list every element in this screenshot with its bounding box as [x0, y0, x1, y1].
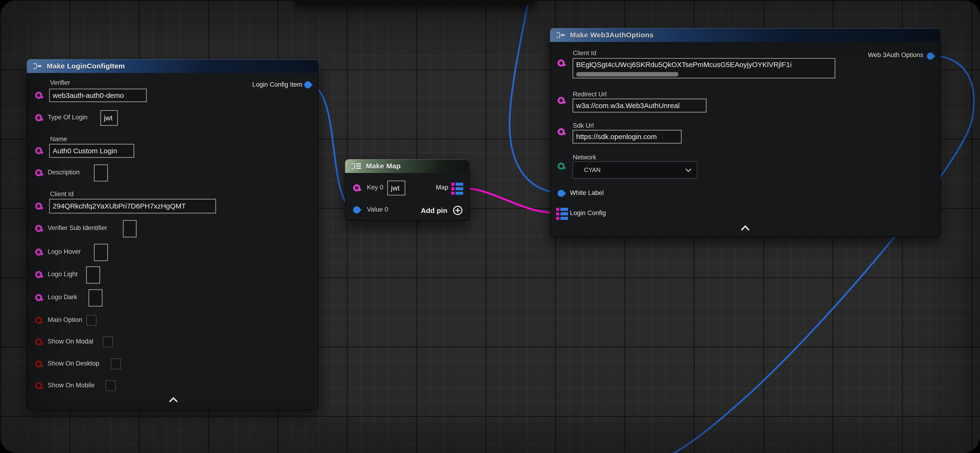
name-value: Auth0 Custom Login — [52, 147, 117, 155]
key-0-input[interactable]: jwt — [387, 181, 405, 195]
pin-label-network: Network — [573, 154, 596, 161]
verifier-value: web3auth-auth0-demo — [52, 92, 124, 100]
collapse-chevron-icon[interactable] — [740, 225, 750, 232]
pin-show-on-desktop[interactable] — [35, 360, 42, 367]
pin-logo-light[interactable] — [35, 271, 42, 278]
logo-hover-input[interactable] — [94, 244, 108, 261]
pin-network[interactable] — [558, 163, 565, 169]
pin-label-description: Description — [48, 169, 80, 176]
sdk-url-input[interactable]: https://sdk.openlogin.com — [573, 130, 682, 144]
pin-label-key-0: Key 0 — [367, 184, 383, 191]
type-of-login-input[interactable]: jwt — [100, 110, 118, 126]
show-on-modal-checkbox[interactable] — [103, 336, 113, 347]
pin-value-0[interactable] — [353, 206, 360, 214]
pin-logo-hover[interactable] — [35, 249, 42, 256]
client-id-scrollbar[interactable] — [576, 72, 679, 76]
logo-light-input[interactable] — [86, 266, 100, 284]
logo-dark-input[interactable] — [89, 289, 102, 307]
collapse-chevron-icon[interactable] — [169, 397, 178, 404]
make-struct-icon — [33, 63, 43, 70]
offscreen-node-edge[interactable] — [294, 0, 535, 5]
pin-client-id[interactable] — [35, 203, 42, 210]
wire-map-to-loginconfig[interactable] — [463, 188, 556, 213]
type-of-login-value: jwt — [104, 114, 113, 122]
add-pin-button[interactable]: Add pin — [421, 207, 447, 215]
pin-redirect-url[interactable] — [558, 97, 565, 104]
node-header[interactable]: Make Map — [345, 159, 469, 173]
pin-label-verifier-sub-identifier: Verifier Sub Identifier — [48, 224, 107, 232]
output-label: Web 3Auth Options — [868, 51, 923, 59]
pin-label-logo-dark: Logo Dark — [48, 293, 77, 301]
pin-label-show-on-mobile: Show On Mobile — [48, 382, 95, 389]
name-input[interactable]: Auth0 Custom Login — [49, 144, 134, 158]
add-pin-icon[interactable] — [453, 206, 463, 216]
pin-verifier-sub-identifier[interactable] — [35, 225, 42, 232]
client-id-input[interactable]: 294QRkchfq2YaXUbPri7D6PH7xzHgQMT — [49, 199, 216, 214]
pin-label-sdk-url: Sdk Url — [573, 122, 594, 129]
pin-sdk-url[interactable] — [558, 128, 565, 135]
pin-type-of-login[interactable] — [35, 114, 42, 121]
key-0-value: jwt — [391, 184, 399, 192]
verifier-sub-identifier-input[interactable] — [123, 220, 137, 238]
pin-label-login-config: Login Config — [570, 209, 606, 217]
node-title: Make Map — [366, 162, 401, 170]
pin-label-client-id: Client Id — [573, 49, 596, 57]
pin-white-label[interactable] — [558, 190, 565, 197]
pin-label-white-label: White Label — [570, 189, 604, 196]
redirect-url-input[interactable]: w3a://com.w3a.Web3AuthUnreal — [573, 98, 706, 112]
output-pin-web3auth-options[interactable] — [927, 52, 934, 60]
node-make-map[interactable]: Make Map Key 0 jwt Map Value 0 Add pin — [345, 159, 469, 221]
pin-label-main-option: Main Option — [48, 316, 82, 324]
client-id-value: 294QRkchfq2YaXUbPri7D6PH7xzHgQMT — [52, 202, 186, 210]
pin-show-on-modal[interactable] — [35, 338, 42, 345]
pin-label-logo-hover: Logo Hover — [48, 248, 81, 255]
sdk-url-value: https://sdk.openlogin.com — [576, 133, 657, 141]
client-id-value: BEglQSgt4cUWcj6SKRdu5QkOXTsePmMcusG5EAoy… — [576, 61, 833, 69]
show-on-mobile-checkbox[interactable] — [105, 380, 116, 391]
chevron-down-icon — [685, 168, 692, 172]
output-pin-map[interactable] — [451, 183, 463, 195]
output-pin-login-config-item[interactable] — [304, 81, 312, 89]
pin-client-id[interactable] — [558, 59, 565, 67]
pin-label-value-0: Value 0 — [367, 206, 388, 213]
blueprint-graph-canvas[interactable]: Make LoginConfigItem Login Config Item V… — [0, 0, 980, 453]
pin-label-show-on-desktop: Show On Desktop — [48, 360, 99, 367]
pin-login-config[interactable] — [556, 208, 568, 220]
node-title: Make Web3AuthOptions — [570, 31, 654, 39]
node-title: Make LoginConfigItem — [47, 62, 125, 70]
description-input[interactable] — [94, 165, 108, 182]
redirect-url-value: w3a://com.w3a.Web3AuthUnreal — [576, 101, 679, 110]
pin-show-on-mobile[interactable] — [35, 382, 42, 389]
make-map-icon — [351, 163, 362, 169]
network-selected-value: CYAN — [584, 166, 601, 174]
pin-label-map: Map — [436, 184, 448, 191]
pin-label-redirect-url: Redirect Url — [573, 91, 607, 98]
node-header[interactable]: Make LoginConfigItem — [27, 59, 318, 73]
pin-label-show-on-modal: Show On Modal — [48, 338, 93, 345]
pin-key-0[interactable] — [353, 184, 360, 192]
output-label: Login Config Item — [252, 81, 302, 89]
make-struct-icon — [556, 32, 566, 39]
pin-label-name: Name — [50, 136, 67, 143]
node-header[interactable]: Make Web3AuthOptions — [550, 28, 940, 42]
pin-name[interactable] — [35, 147, 42, 154]
pin-label-logo-light: Logo Light — [48, 271, 78, 278]
node-make-loginconfigitem[interactable]: Make LoginConfigItem Login Config Item V… — [27, 59, 318, 410]
network-dropdown[interactable]: CYAN — [573, 162, 697, 179]
show-on-desktop-checkbox[interactable] — [111, 358, 121, 369]
pin-logo-dark[interactable] — [35, 294, 42, 301]
verifier-input[interactable]: web3auth-auth0-demo — [49, 89, 147, 102]
pin-verifier[interactable] — [35, 92, 42, 99]
client-id-input[interactable]: BEglQSgt4cUWcj6SKRdu5QkOXTsePmMcusG5EAoy… — [573, 58, 835, 78]
pin-label-client-id: Client Id — [50, 190, 73, 198]
node-make-web3authoptions[interactable]: Make Web3AuthOptions Web 3Auth Options C… — [550, 28, 940, 237]
pin-description[interactable] — [35, 169, 42, 176]
pin-label-verifier: Verifier — [50, 79, 70, 87]
pin-label-type-of-login: Type Of Login — [48, 114, 88, 121]
main-option-checkbox[interactable] — [86, 315, 97, 326]
pin-main-option[interactable] — [35, 317, 42, 324]
